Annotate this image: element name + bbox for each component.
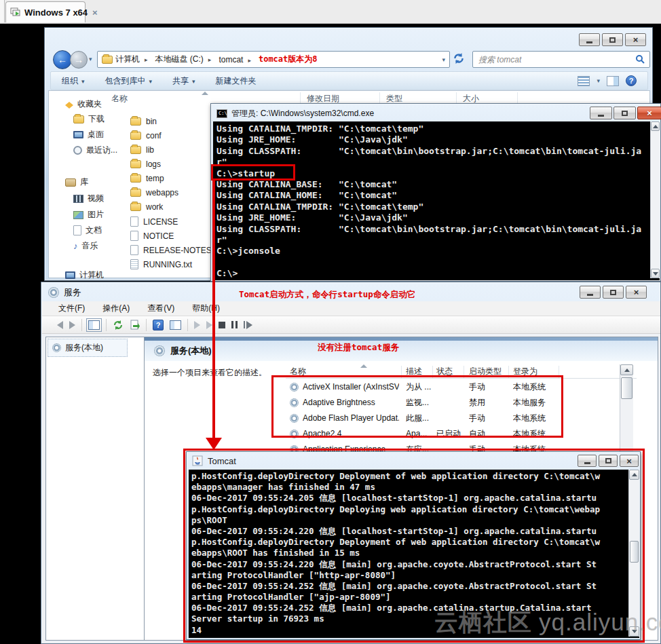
scroll-up-button[interactable] bbox=[651, 121, 660, 131]
history-dropdown-icon[interactable]: ▾ bbox=[89, 56, 92, 62]
share-button[interactable]: 共享 bbox=[172, 75, 195, 87]
pause-service-icon[interactable] bbox=[231, 321, 238, 328]
sidebar-item-downloads[interactable]: 下载 bbox=[73, 113, 105, 125]
sidebar-item-music[interactable]: ♪ 音乐 bbox=[73, 240, 98, 252]
sidebar-item-pictures[interactable]: 图片 bbox=[73, 209, 104, 221]
menu-file[interactable]: 文件(F) bbox=[58, 303, 85, 314]
start-service-icon[interactable] bbox=[194, 321, 200, 329]
maximize-button[interactable] bbox=[603, 286, 624, 299]
scroll-up-icon bbox=[653, 125, 658, 128]
refresh-button[interactable] bbox=[453, 52, 465, 67]
minimize-button[interactable] bbox=[579, 33, 600, 46]
minimize-button[interactable] bbox=[590, 107, 612, 119]
sidebar-group-computer[interactable]: 计算机 bbox=[65, 269, 104, 281]
resume-service-icon[interactable] bbox=[206, 321, 212, 329]
new-folder-button[interactable]: 新建文件夹 bbox=[216, 75, 257, 87]
help-icon[interactable] bbox=[626, 75, 637, 86]
view-mode-dropdown-icon[interactable]: ▾ bbox=[597, 77, 600, 84]
vm-tab[interactable]: Windows 7 x64 × bbox=[5, 1, 86, 22]
file-row-license[interactable]: LICENSE bbox=[130, 216, 178, 227]
show-action-pane-icon[interactable] bbox=[170, 320, 181, 330]
file-name: work bbox=[146, 202, 163, 212]
preview-pane-icon[interactable] bbox=[607, 76, 619, 86]
minimize-icon bbox=[587, 294, 593, 296]
file-name: temp bbox=[146, 174, 164, 183]
search-box[interactable] bbox=[472, 51, 650, 68]
minimize-button[interactable] bbox=[580, 286, 601, 299]
sidebar-group-favorites[interactable]: 收藏夹 bbox=[65, 98, 102, 110]
search-input[interactable] bbox=[477, 54, 616, 65]
sidebar-item-documents[interactable]: 文档 bbox=[73, 225, 102, 236]
file-icon bbox=[130, 231, 138, 241]
services-titlebar[interactable]: 服务 bbox=[48, 286, 81, 299]
maximize-button[interactable] bbox=[613, 107, 636, 119]
annotation-no-tomcat-service: 没有注册tomcat服务 bbox=[318, 342, 399, 354]
scroll-up-button[interactable] bbox=[620, 364, 633, 375]
stop-service-icon[interactable] bbox=[219, 322, 225, 328]
sidebar-label: 文档 bbox=[86, 225, 102, 236]
help-icon[interactable] bbox=[153, 320, 164, 330]
refresh-icon[interactable] bbox=[113, 320, 124, 330]
breadcrumb-tomcat[interactable]: tomcat bbox=[219, 55, 256, 64]
cmd-line: C:\>jconsole bbox=[216, 246, 660, 257]
forward-icon[interactable] bbox=[69, 321, 75, 329]
videos-icon bbox=[73, 195, 83, 203]
forward-button[interactable]: → bbox=[70, 51, 88, 69]
file-row-notice[interactable]: NOTICE bbox=[130, 231, 174, 241]
cmd-titlebar[interactable]: C:\ 管理员: C:\Windows\system32\cmd.exe bbox=[216, 108, 374, 119]
show-console-tree-icon[interactable] bbox=[88, 320, 100, 330]
cmd-line: Using JRE_HOME: "C:\Java\jdk" bbox=[216, 212, 660, 223]
tab-close-icon[interactable]: × bbox=[92, 7, 98, 18]
include-in-library-button[interactable]: 包含到库中 bbox=[105, 75, 153, 87]
sidebar-label: 音乐 bbox=[82, 240, 98, 252]
file-name: LICENSE bbox=[143, 217, 178, 227]
scrollbar-thumb[interactable] bbox=[621, 377, 632, 399]
file-row-lib[interactable]: lib bbox=[130, 145, 154, 155]
folder-icon bbox=[102, 56, 113, 64]
cmd-console[interactable]: Using CATALINA_TMPDIR: "C:\tomcat\temp" … bbox=[213, 121, 660, 280]
scroll-down-button[interactable] bbox=[651, 269, 660, 278]
sidebar-group-libraries[interactable]: 库 bbox=[65, 176, 88, 188]
restart-service-icon[interactable] bbox=[244, 321, 252, 329]
watermark: 云栖社区yq.aliyun.com bbox=[434, 607, 661, 639]
cmd-scrollbar[interactable] bbox=[650, 121, 660, 278]
watermark-brand: 云栖社区 bbox=[434, 609, 532, 635]
close-button[interactable]: × bbox=[637, 107, 661, 119]
close-button[interactable]: × bbox=[626, 286, 647, 299]
breadcrumb-computer[interactable]: 计算机 bbox=[115, 54, 153, 65]
column-name[interactable]: 名称 bbox=[111, 93, 128, 105]
file-row-temp[interactable]: temp bbox=[130, 174, 164, 183]
file-row-logs[interactable]: logs bbox=[130, 159, 161, 169]
folder-icon bbox=[130, 203, 141, 211]
back-button[interactable]: ← bbox=[53, 50, 72, 69]
menu-help[interactable]: 帮助(H) bbox=[192, 303, 220, 314]
watermark-site: yq.aliyun.com bbox=[539, 609, 661, 635]
vm-tab-bar: Windows 7 x64 × bbox=[0, 0, 661, 24]
file-row-webapps[interactable]: webapps bbox=[130, 188, 178, 197]
export-list-icon[interactable] bbox=[130, 320, 140, 330]
view-mode-icon[interactable] bbox=[578, 76, 590, 86]
tree-item-services-local[interactable]: 服务(本地) bbox=[48, 339, 128, 357]
file-row-conf[interactable]: conf bbox=[130, 131, 162, 140]
sidebar-item-desktop[interactable]: 桌面 bbox=[73, 129, 104, 140]
file-row-bin[interactable]: bin bbox=[130, 117, 157, 126]
cmd-window: C:\ 管理员: C:\Windows\system32\cmd.exe × U… bbox=[210, 103, 661, 282]
search-icon[interactable] bbox=[635, 54, 645, 64]
annotation-services-box bbox=[271, 375, 563, 438]
sidebar-item-recent-places[interactable]: 最近访... bbox=[73, 145, 117, 156]
sidebar-item-videos[interactable]: 视频 bbox=[73, 193, 104, 204]
sidebar-label: 视频 bbox=[88, 193, 104, 204]
file-row-running-txt[interactable]: RUNNING.txt bbox=[130, 259, 192, 269]
organize-button[interactable]: 组织 bbox=[62, 75, 85, 87]
close-button[interactable]: × bbox=[625, 33, 646, 46]
menu-view[interactable]: 查看(V) bbox=[147, 303, 174, 314]
breadcrumb-drive-c[interactable]: 本地磁盘 (C:) bbox=[155, 54, 216, 65]
pictures-icon bbox=[73, 211, 83, 219]
file-row-work[interactable]: work bbox=[130, 202, 163, 212]
address-dropdown-icon[interactable]: ▾ bbox=[442, 56, 445, 63]
menu-action[interactable]: 操作(A) bbox=[102, 303, 130, 314]
address-bar[interactable]: 计算机 本地磁盘 (C:) tomcat tomcat版本为8 ▾ bbox=[97, 51, 450, 68]
file-row-release-notes[interactable]: RELEASE-NOTES bbox=[130, 245, 212, 255]
maximize-button[interactable] bbox=[602, 33, 623, 46]
back-icon[interactable] bbox=[57, 321, 63, 329]
